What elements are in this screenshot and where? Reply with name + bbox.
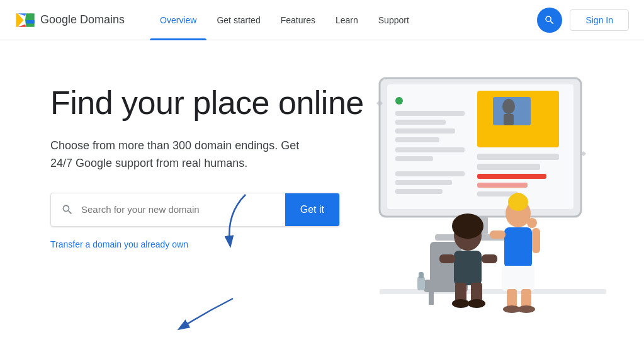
svg-marker-4	[26, 20, 34, 23]
main-content: Find your place online Choose from more …	[0, 40, 644, 347]
hero-subtitle: Choose from more than 300 domain endings…	[50, 137, 321, 173]
svg-rect-41	[471, 283, 482, 302]
svg-rect-23	[477, 154, 559, 160]
svg-rect-14	[395, 147, 465, 152]
svg-rect-39	[454, 251, 482, 285]
svg-rect-18	[395, 189, 443, 194]
svg-rect-58	[417, 276, 425, 290]
header-actions: Sign In	[537, 8, 629, 33]
transfer-domain-link[interactable]: Transfer a domain you already own	[50, 239, 188, 249]
svg-point-57	[527, 218, 537, 228]
illustration-svg	[342, 65, 606, 336]
svg-rect-40	[455, 283, 466, 302]
svg-rect-50	[502, 266, 534, 291]
svg-rect-24	[477, 164, 540, 170]
svg-rect-52	[521, 289, 531, 308]
svg-rect-56	[532, 228, 540, 253]
svg-rect-51	[507, 289, 517, 308]
nav-item-overview[interactable]: Overview	[150, 0, 206, 40]
search-icon	[544, 14, 555, 26]
svg-rect-44	[439, 254, 455, 263]
svg-rect-45	[482, 254, 497, 263]
svg-rect-13	[395, 137, 439, 142]
svg-rect-10	[395, 111, 465, 116]
svg-rect-55	[490, 230, 506, 239]
svg-point-43	[468, 299, 485, 308]
svg-point-21	[502, 99, 515, 114]
svg-rect-59	[419, 272, 424, 278]
site-header: Google Domains Overview Get started Feat…	[0, 0, 644, 40]
svg-rect-26	[477, 183, 528, 188]
main-nav: Overview Get started Features Learn Supp…	[150, 0, 537, 40]
svg-marker-0	[16, 13, 23, 26]
nav-item-support[interactable]: Support	[368, 0, 419, 40]
nav-item-features[interactable]: Features	[271, 0, 325, 40]
svg-rect-32	[380, 289, 606, 294]
svg-rect-12	[395, 128, 455, 134]
signin-button[interactable]: Sign In	[570, 9, 629, 31]
nav-item-learn[interactable]: Learn	[325, 0, 368, 40]
search-button[interactable]	[537, 8, 562, 33]
svg-rect-11	[395, 120, 446, 125]
svg-rect-17	[395, 180, 452, 185]
svg-point-38	[452, 213, 483, 239]
get-it-button[interactable]: Get it	[285, 193, 339, 227]
logo-text: Google Domains	[40, 13, 125, 26]
logo-link[interactable]: Google Domains	[15, 10, 125, 30]
domain-search-bar: Get it	[50, 193, 340, 227]
svg-point-42	[452, 299, 470, 308]
svg-rect-16	[395, 171, 465, 176]
svg-rect-15	[395, 156, 433, 161]
svg-point-48	[512, 193, 524, 203]
search-bar-icon	[51, 203, 81, 216]
hero-title: Find your place online	[50, 84, 378, 122]
arrow-to-search	[208, 188, 258, 251]
svg-rect-25	[477, 174, 546, 179]
google-logo-icon	[15, 10, 35, 30]
svg-point-54	[517, 305, 535, 313]
svg-rect-22	[504, 114, 514, 125]
arrow-to-transfer	[170, 292, 246, 336]
svg-rect-9	[395, 97, 403, 105]
svg-rect-49	[504, 227, 532, 268]
hero-illustration	[378, 65, 606, 330]
svg-rect-35	[429, 289, 434, 305]
nav-item-get-started[interactable]: Get started	[206, 0, 270, 40]
